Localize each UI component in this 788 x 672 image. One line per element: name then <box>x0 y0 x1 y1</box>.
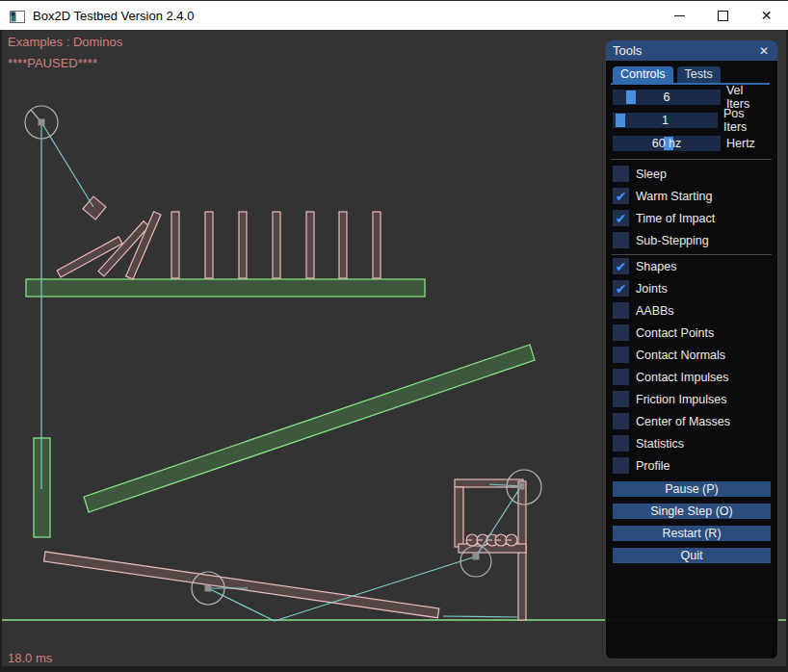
frame-time-label: 18.0 ms <box>8 651 52 665</box>
checkbox-box[interactable]: ✔ <box>613 435 629 452</box>
pause-button[interactable]: Pause (P) <box>613 481 771 497</box>
shelf-balls <box>466 534 517 546</box>
domino <box>273 212 280 278</box>
vel-iters-slider[interactable]: 6 <box>613 90 721 105</box>
slider-label: Hertz <box>726 137 755 150</box>
domino <box>339 212 347 278</box>
maximize-button[interactable] <box>701 1 745 30</box>
app-icon <box>10 10 25 22</box>
tools-close-button[interactable]: ✕ <box>757 44 771 58</box>
window-title: Box2D Testbed Version 2.4.0 <box>33 9 194 23</box>
app-window: Box2D Testbed Version 2.4.0 ✕ <box>0 0 788 672</box>
window-titlebar[interactable]: Box2D Testbed Version 2.4.0 ✕ <box>0 0 788 30</box>
checkbox-sleep[interactable]: ✔ Sleep <box>613 166 770 182</box>
slider-value: 1 <box>613 113 718 128</box>
tools-panel-title: Tools <box>613 43 642 58</box>
checkbox-shapes[interactable]: ✔ Shapes <box>613 258 770 274</box>
tools-panel-body: Controls Tests 6 Vel Iters 1 P <box>606 61 777 563</box>
check-icon: ✔ <box>616 190 627 203</box>
checkbox-time-of-impact[interactable]: ✔ Time of Impact <box>613 210 770 226</box>
tab-bar: Controls Tests <box>613 66 770 83</box>
domino-platform <box>26 279 425 297</box>
example-label: Examples : Dominos <box>8 35 122 49</box>
domino <box>205 212 213 278</box>
checkbox-box[interactable]: ✔ <box>613 280 629 297</box>
window-controls: ✕ <box>658 1 788 30</box>
checkbox-box[interactable]: ✔ <box>613 258 629 274</box>
frame-left-post <box>455 487 463 547</box>
tab-tests[interactable]: Tests <box>677 66 721 83</box>
checkbox-aabbs[interactable]: ✔ AABBs <box>613 302 770 319</box>
simulation-canvas[interactable]: Examples : Dominos ****PAUSED**** 18.0 m… <box>2 30 786 666</box>
tools-panel: Tools ✕ Controls Tests 6 Vel Iters <box>605 39 778 659</box>
checkbox-box[interactable]: ✔ <box>613 302 629 319</box>
seesaw-plank <box>44 552 439 618</box>
anchor-circles <box>25 106 541 605</box>
single-step-button[interactable]: Single Step (O) <box>613 504 771 519</box>
tab-controls[interactable]: Controls <box>613 66 673 83</box>
checkbox-box[interactable]: ✔ <box>613 391 629 407</box>
vel-iters-slider-row: 6 Vel Iters <box>613 90 770 105</box>
paused-label: ****PAUSED**** <box>8 56 97 70</box>
minimize-icon <box>674 15 685 16</box>
hertz-slider[interactable]: 60 hz <box>613 136 721 151</box>
separator <box>612 159 772 160</box>
domino <box>171 212 179 278</box>
checkbox-box[interactable]: ✔ <box>613 457 629 474</box>
checkbox-box[interactable]: ✔ <box>613 210 629 226</box>
slider-value: 6 <box>613 90 721 105</box>
pos-iters-slider-row: 1 Pos Iters <box>613 113 770 128</box>
checkbox-box[interactable]: ✔ <box>613 347 629 363</box>
checkbox-box[interactable]: ✔ <box>613 324 629 341</box>
checkbox-statistics[interactable]: ✔ Statistics <box>613 435 770 452</box>
checkbox-box[interactable]: ✔ <box>613 188 629 204</box>
checkbox-box[interactable]: ✔ <box>613 232 629 248</box>
checkbox-friction-impulses[interactable]: ✔ Friction Impulses <box>613 391 770 407</box>
dynamic-bodies[interactable] <box>44 196 526 620</box>
domino <box>239 212 247 278</box>
check-icon: ✔ <box>616 282 627 296</box>
anchor-points <box>39 119 525 592</box>
maximize-icon <box>718 11 728 21</box>
quit-button[interactable]: Quit <box>613 548 771 563</box>
checkbox-box[interactable]: ✔ <box>613 166 629 182</box>
checkbox-profile[interactable]: ✔ Profile <box>613 457 770 474</box>
restart-button[interactable]: Restart (R) <box>613 526 771 541</box>
hertz-slider-row: 60 hz Hertz <box>613 136 770 151</box>
checkbox-box[interactable]: ✔ <box>613 413 629 429</box>
checkbox-box[interactable]: ✔ <box>613 369 629 385</box>
slider-label: Pos Iters <box>723 107 770 134</box>
panel-buttons: Pause (P) Single Step (O) Restart (R) Qu… <box>613 481 770 563</box>
minimize-button[interactable] <box>658 1 701 30</box>
tools-panel-titlebar[interactable]: Tools ✕ <box>606 40 777 61</box>
close-button[interactable]: ✕ <box>745 1 788 30</box>
checkbox-contact-impulses[interactable]: ✔ Contact Impulses <box>613 369 770 385</box>
checkbox-joints[interactable]: ✔ Joints <box>613 280 770 297</box>
pos-iters-slider[interactable]: 1 <box>613 113 718 128</box>
checkbox-sub-stepping[interactable]: ✔ Sub-Stepping <box>613 232 770 248</box>
checkbox-contact-points[interactable]: ✔ Contact Points <box>613 324 770 341</box>
domino <box>373 212 381 278</box>
checkbox-contact-normals[interactable]: ✔ Contact Normals <box>613 347 770 363</box>
pendulum-box <box>83 196 106 220</box>
domino <box>306 212 314 278</box>
slider-value: 60 hz <box>613 136 721 151</box>
checkbox-center-of-masses[interactable]: ✔ Center of Masses <box>613 413 770 429</box>
checkbox-warm-starting[interactable]: ✔ Warm Starting <box>613 188 770 204</box>
check-icon: ✔ <box>616 212 627 225</box>
close-icon: ✕ <box>761 9 773 22</box>
separator <box>612 254 772 255</box>
check-icon: ✔ <box>616 260 627 273</box>
